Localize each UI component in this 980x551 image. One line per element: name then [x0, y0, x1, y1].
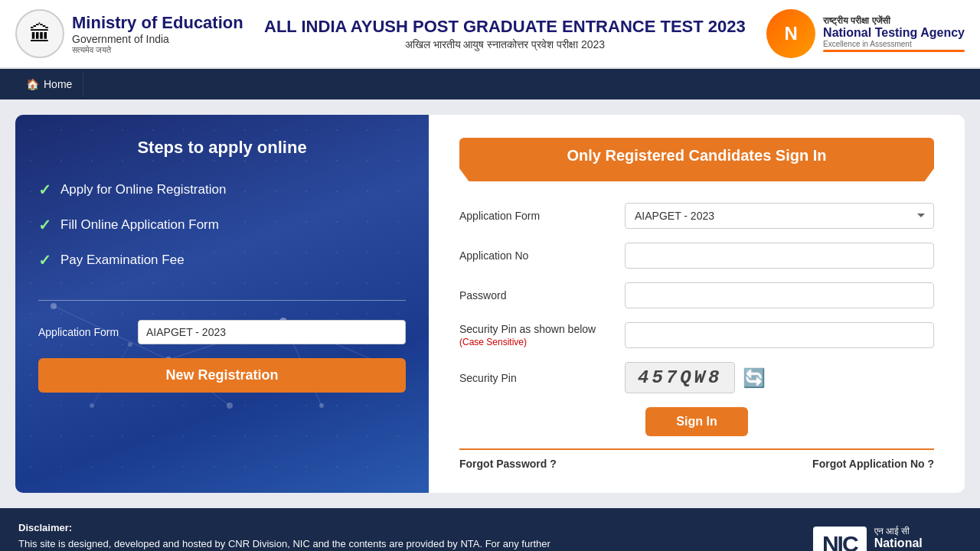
right-panel: Only Registered Candidates Sign In Appli… — [429, 115, 965, 493]
password-row: Password — [459, 282, 934, 308]
nta-tagline: Excellence in Assessment — [823, 40, 965, 48]
ministry-text: Ministry of Education Government of Indi… — [72, 13, 243, 55]
navbar: 🏠 Home — [0, 69, 980, 99]
steps-divider — [38, 300, 406, 301]
sign-in-button[interactable]: Sign In — [645, 407, 747, 436]
left-panel: Steps to apply online ✓ Apply for Online… — [15, 115, 429, 493]
steps-title: Steps to apply online — [38, 138, 406, 158]
application-no-label: Application No — [459, 249, 612, 262]
disclaimer-text: This site is designed, developed and hos… — [18, 538, 550, 551]
left-app-form-label: Application Form — [38, 326, 130, 338]
security-pin-label: Security Pin as shown below (Case Sensit… — [459, 323, 612, 347]
main-content: Steps to apply online ✓ Apply for Online… — [0, 99, 980, 508]
svg-point-15 — [90, 403, 94, 408]
check-icon-2: ✓ — [38, 216, 51, 234]
nic-hindi: एन आई सी — [874, 526, 962, 536]
step-3: ✓ Pay Examination Fee — [38, 251, 406, 269]
nta-logo: N — [766, 9, 815, 58]
footer-disclaimer: Disclaimer: This site is designed, devel… — [18, 520, 593, 551]
gov-name: Government of India — [72, 33, 243, 45]
nic-box: NIC — [813, 527, 867, 551]
ministry-name: Ministry of Education — [72, 13, 243, 33]
sign-in-header: Only Registered Candidates Sign In — [459, 138, 934, 181]
forgot-password-link[interactable]: Forgot Password ? — [459, 458, 557, 470]
nic-logo: NIC एन आई सी National Informatics Centre — [813, 526, 962, 551]
home-nav-link[interactable]: 🏠 Home — [15, 72, 83, 96]
page-header: 🏛 Ministry of Education Government of In… — [0, 0, 980, 69]
forgot-links-row: Forgot Password ? Forgot Application No … — [459, 458, 934, 470]
nta-branding: N राष्ट्रीय परीक्षा एजेंसी National Test… — [766, 9, 965, 58]
security-pin-captcha-row: Security Pin 457QW8 🔄 — [459, 362, 934, 393]
check-icon-1: ✓ — [38, 181, 51, 199]
step-2-label: Fill Online Application Form — [60, 217, 219, 233]
nic-full: National — [874, 536, 962, 550]
step-2: ✓ Fill Online Application Form — [38, 216, 406, 234]
password-label: Password — [459, 289, 612, 302]
left-form-section: Application Form AIAPGET - 2023 New Regi… — [38, 320, 406, 393]
ministry-branding: 🏛 Ministry of Education Government of In… — [15, 9, 243, 58]
steps-list: ✓ Apply for Online Registration ✓ Fill O… — [38, 181, 406, 269]
home-icon: 🏠 — [26, 78, 39, 90]
step-3-label: Pay Examination Fee — [60, 253, 185, 268]
exam-hindi: अखिल भारतीय आयुष स्नातकोत्तर प्रवेश परीक… — [243, 38, 766, 51]
security-pin-input[interactable] — [625, 322, 934, 348]
gov-hindi: सत्यमेव जयते — [72, 45, 243, 55]
exam-title-section: ALL INDIA AYUSH POST GRADUATE ENTRANCE T… — [243, 16, 766, 51]
svg-point-13 — [319, 403, 324, 408]
security-pin-input-row: Security Pin as shown below (Case Sensit… — [459, 322, 934, 348]
step-1: ✓ Apply for Online Registration — [38, 181, 406, 199]
nta-underline — [823, 50, 965, 52]
nic-text: एन आई सी National Informatics Centre — [874, 526, 962, 551]
footer: Disclaimer: This site is designed, devel… — [0, 508, 980, 551]
case-sensitive-note: (Case Sensitive) — [459, 337, 527, 347]
home-label: Home — [44, 78, 72, 90]
captcha-area: 457QW8 🔄 — [625, 362, 766, 393]
nta-text: राष्ट्रीय परीक्षा एजेंसी National Testin… — [823, 15, 965, 52]
left-application-form-select[interactable]: AIAPGET - 2023 — [138, 320, 406, 344]
security-pin-field-label: Security Pin — [459, 372, 612, 384]
svg-point-7 — [51, 303, 57, 309]
nta-full-name: National Testing Agency — [823, 26, 965, 40]
exam-title: ALL INDIA AYUSH POST GRADUATE ENTRANCE T… — [243, 16, 766, 38]
disclaimer-title: Disclaimer: — [18, 522, 72, 533]
ministry-logo: 🏛 — [15, 9, 64, 58]
step-1-label: Apply for Online Registration — [60, 182, 226, 197]
captcha-refresh-button[interactable]: 🔄 — [743, 367, 766, 389]
application-no-row: Application No — [459, 243, 934, 269]
check-icon-3: ✓ — [38, 251, 51, 269]
application-form-row: Application Form AIAPGET - 2023 — [459, 203, 934, 229]
new-registration-button[interactable]: New Registration — [38, 358, 406, 393]
svg-point-12 — [227, 403, 233, 409]
application-form-select[interactable]: AIAPGET - 2023 — [625, 203, 934, 229]
application-no-input[interactable] — [625, 243, 934, 269]
password-input[interactable] — [625, 282, 934, 308]
application-form-label: Application Form — [459, 210, 612, 222]
forgot-application-no-link[interactable]: Forgot Application No ? — [812, 458, 934, 470]
nta-hindi: राष्ट्रीय परीक्षा एजेंसी — [823, 15, 965, 26]
bottom-divider — [459, 448, 934, 450]
captcha-display: 457QW8 — [625, 362, 735, 393]
refresh-icon: 🔄 — [743, 367, 766, 388]
left-application-form-row: Application Form AIAPGET - 2023 — [38, 320, 406, 344]
